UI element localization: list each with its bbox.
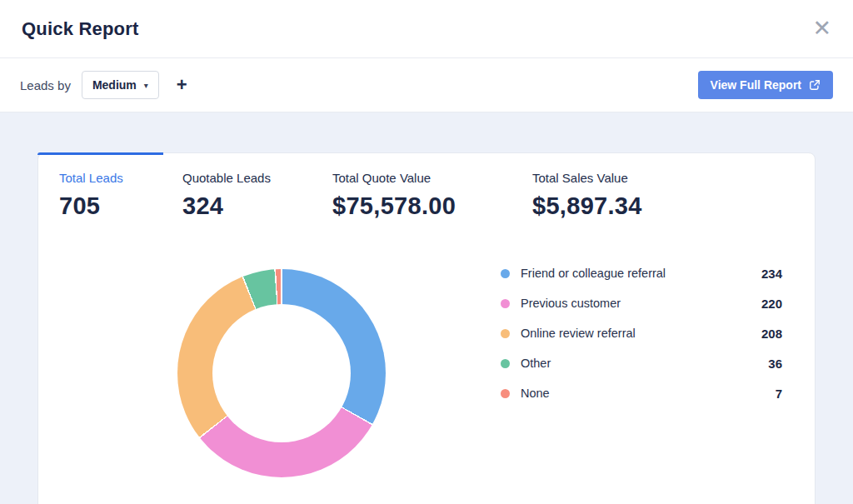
chevron-down-icon: ▾ [144, 81, 148, 90]
close-icon[interactable]: ✕ [812, 17, 831, 40]
view-full-report-label: View Full Report [711, 78, 801, 92]
legend-label: Other [521, 357, 768, 370]
stat-value: 705 [59, 192, 123, 220]
chart-legend: Friend or colleague referral 234 Previou… [501, 258, 782, 408]
legend-label: Friend or colleague referral [521, 267, 761, 280]
legend-item[interactable]: Other 36 [501, 348, 782, 378]
stat-value: $5,897.34 [532, 192, 642, 220]
donut-chart[interactable] [177, 269, 386, 477]
stat-label: Total Sales Value [532, 171, 642, 185]
stat-value: $75,578.00 [332, 192, 456, 220]
report-card: Total Leads 705 Quotable Leads 324 Total… [37, 152, 816, 504]
tab-total-quote-value[interactable]: Total Quote Value $75,578.00 [332, 171, 456, 220]
legend-label: Online review referral [521, 327, 761, 340]
legend-dot [501, 269, 510, 278]
legend-dot [501, 359, 510, 368]
tab-quotable-leads[interactable]: Quotable Leads 324 [182, 171, 271, 220]
legend-dot [501, 329, 510, 338]
legend-value: 36 [768, 357, 782, 371]
legend-item[interactable]: Previous customer 220 [501, 288, 782, 318]
medium-dropdown[interactable]: Medium ▾ [82, 71, 159, 99]
legend-value: 234 [761, 267, 782, 281]
page-title: Quick Report [22, 18, 139, 40]
legend-label: None [521, 387, 776, 400]
legend-item[interactable]: Friend or colleague referral 234 [501, 258, 782, 288]
stat-label: Total Quote Value [332, 171, 456, 185]
stat-label: Total Leads [59, 171, 123, 185]
legend-item[interactable]: Online review referral 208 [501, 318, 782, 348]
view-full-report-button[interactable]: View Full Report [698, 71, 833, 99]
leads-by-label: Leads by [20, 78, 71, 92]
tab-total-leads[interactable]: Total Leads 705 [59, 171, 123, 220]
legend-value: 220 [761, 297, 782, 311]
toolbar: Leads by Medium ▾ + View Full Report [0, 58, 853, 112]
modal-header: Quick Report ✕ [0, 0, 853, 58]
legend-dot [501, 389, 510, 398]
legend-dot [501, 299, 510, 308]
active-tab-indicator [37, 152, 163, 155]
tab-total-sales-value[interactable]: Total Sales Value $5,897.34 [532, 171, 642, 220]
legend-item[interactable]: None 7 [501, 378, 782, 408]
legend-value: 7 [776, 387, 782, 401]
legend-value: 208 [761, 327, 782, 341]
legend-label: Previous customer [521, 297, 761, 310]
stat-label: Quotable Leads [182, 171, 271, 185]
external-link-icon [809, 79, 821, 91]
donut-hole [212, 304, 351, 442]
report-panel: Total Leads 705 Quotable Leads 324 Total… [0, 112, 853, 504]
add-report-button[interactable]: + [177, 76, 187, 94]
medium-dropdown-value: Medium [92, 78, 137, 92]
stat-value: 324 [182, 192, 271, 220]
